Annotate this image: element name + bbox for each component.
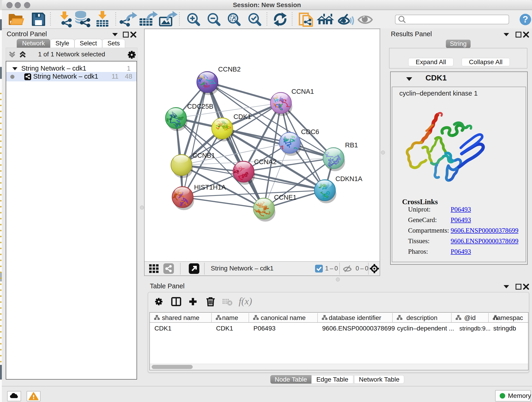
svg-text:CCNE1: CCNE1 <box>274 194 297 201</box>
svg-text:CDKN1A: CDKN1A <box>336 175 362 182</box>
svg-text:CDC25B: CDC25B <box>187 103 213 110</box>
svg-text:CCNA2: CCNA2 <box>254 158 277 166</box>
svg-text:CDC6: CDC6 <box>301 128 319 135</box>
svg-text:?: ? <box>523 14 528 24</box>
svg-text:CCNA1: CCNA1 <box>291 88 314 95</box>
svg-text:CDK1: CDK1 <box>234 113 251 120</box>
svg-text:CCNB2: CCNB2 <box>218 65 241 73</box>
svg-text:CCNB1: CCNB1 <box>192 152 215 159</box>
svg-text:HIST1H1A: HIST1H1A <box>194 184 226 191</box>
svg-text:f(x): f(x) <box>239 296 252 307</box>
svg-text:RB1: RB1 <box>345 141 358 149</box>
